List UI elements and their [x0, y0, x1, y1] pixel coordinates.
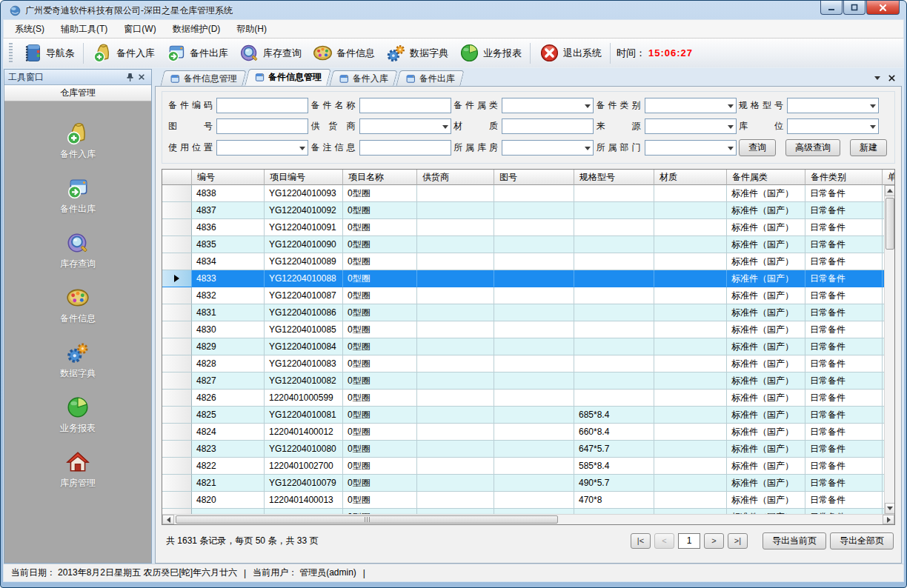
table-row[interactable]: 4821YG122040100790型圈490*5.7标准件（国产）日常备件PC [162, 475, 894, 492]
menu-item-1[interactable]: 辅助工具(T) [53, 20, 116, 38]
query-button[interactable]: 查询 [739, 139, 776, 156]
column-header-2[interactable]: 项目名称 [343, 170, 417, 185]
first-page-button[interactable]: |< [631, 533, 651, 549]
pin-icon[interactable] [124, 71, 136, 83]
tab-1-active[interactable]: 备件信息管理 [245, 69, 331, 86]
toolbar-parts-info[interactable]: 备件信息 [307, 40, 380, 66]
last-page-button[interactable]: >| [728, 533, 748, 549]
column-header-6[interactable]: 材质 [654, 170, 727, 185]
vscroll-track[interactable] [885, 196, 895, 503]
menu-item-4[interactable]: 帮助(H) [228, 20, 275, 38]
sidebar-item-data-dictionary[interactable]: 数据字典 [33, 340, 122, 380]
table-row[interactable]: 4827YG122040100820型圈标准件（国产）日常备件M [162, 372, 894, 390]
column-header-8[interactable]: 备件类别 [805, 170, 883, 185]
table-row[interactable]: 482212204010027000型圈585*8.4标准件（国产）日常备件PC [162, 458, 894, 475]
filter-select-供 货 商[interactable] [359, 118, 451, 134]
menu-item-3[interactable]: 数据维护(D) [165, 20, 229, 38]
filter-select-所属库房[interactable] [502, 140, 594, 156]
table-row[interactable]: 482412204014000120型圈660*8.4标准件（国产）日常备件PC [162, 424, 894, 441]
column-header-3[interactable]: 供货商 [417, 170, 494, 185]
cell [417, 390, 494, 407]
table-row[interactable]: 4833YG122040100880型圈标准件（国产）日常备件M [162, 270, 894, 287]
toolbar-exit[interactable]: 退出系统 [534, 40, 607, 66]
export-all-pages-button[interactable]: 导出全部页 [830, 532, 894, 549]
column-header-4[interactable]: 图号 [494, 170, 574, 185]
toolbar-grip[interactable] [9, 43, 13, 64]
sidebar-item-parts-outbound[interactable]: 备件出库 [33, 176, 122, 216]
chevron-down-icon[interactable] [874, 76, 880, 83]
next-page-button[interactable]: > [704, 533, 724, 549]
filter-select-所属部门[interactable] [645, 140, 737, 156]
tabs-close-icon[interactable] [888, 74, 896, 82]
table-row[interactable]: 4831YG122040100860型圈标准件（国产）日常备件M [162, 304, 894, 321]
hscroll-thumb[interactable] [176, 515, 558, 524]
toolbar-parts-inbound[interactable]: 备件入库 [87, 40, 160, 66]
filter-select-备件属类[interactable] [502, 98, 594, 113]
table-row[interactable]: 4836YG122040100910型圈标准件（国产）日常备件M [162, 219, 894, 236]
sidebar-item-inventory-search[interactable]: 库存查询 [33, 230, 122, 270]
panel-close-icon[interactable] [136, 71, 147, 83]
filter-select-备件类别[interactable] [645, 98, 737, 113]
sidebar-item-parts-inbound[interactable]: 备件入库 [33, 121, 122, 161]
table-row[interactable]: 4838YG122040100930型圈标准件（国产）日常备件M [162, 185, 894, 202]
toolbar-inventory-search[interactable]: 库存查询 [233, 40, 307, 66]
table-row[interactable]: 4829YG122040100840型圈标准件（国产）日常备件M [162, 338, 894, 355]
hscroll-track[interactable] [174, 515, 883, 524]
filter-input-图 号[interactable] [216, 118, 308, 134]
table-row[interactable]: 4823YG122040100800型圈647*5.7标准件（国产）日常备件PC [162, 441, 894, 458]
page-number-input[interactable]: 1 [678, 533, 700, 549]
table-row[interactable]: 482612204010005990型圈标准件（国产）日常备件M [162, 390, 894, 407]
new-button[interactable]: 新建 [850, 139, 887, 156]
filter-select-规格型号[interactable] [787, 98, 879, 113]
table-row[interactable]: 4837YG122040100920型圈标准件（国产）日常备件M [162, 202, 894, 219]
sidebar-group-warehouse[interactable]: 仓库管理 [4, 85, 151, 101]
menu-item-2[interactable]: 窗口(W) [116, 20, 164, 38]
cell [654, 219, 727, 236]
tab-0[interactable]: 备件信息管理 [160, 70, 246, 86]
minimize-button[interactable] [820, 1, 843, 15]
sidebar-item-parts-info[interactable]: 备件信息 [33, 285, 122, 325]
column-header-5[interactable]: 规格型号 [574, 170, 654, 185]
sidebar-item-business-report[interactable]: 业务报表 [33, 395, 122, 435]
prev-page-button[interactable]: < [654, 533, 674, 549]
column-header-9[interactable]: 单位 [883, 170, 894, 185]
table-row[interactable]: 4832YG122040100870型圈标准件（国产）日常备件M [162, 287, 894, 304]
cell: 0型圈 [343, 441, 417, 458]
toolbar-business-report[interactable]: 业务报表 [454, 40, 527, 66]
close-button[interactable] [866, 1, 900, 15]
filter-select-库 位[interactable] [787, 118, 879, 134]
menu-item-0[interactable]: 系统(S) [7, 20, 53, 38]
parts-outbound-icon [165, 42, 187, 64]
table-row[interactable]: 4830YG122040100850型圈标准件（国产）日常备件M [162, 321, 894, 338]
export-current-page-button[interactable]: 导出当前页 [763, 532, 826, 549]
table-row[interactable]: 4828YG122040100830型圈标准件（国产）日常备件M [162, 355, 894, 372]
table-row[interactable]: 482012204014000130型圈470*8标准件（国产）日常备件PC [162, 492, 894, 509]
column-header-1[interactable]: 项目编号 [265, 170, 343, 185]
column-header-0[interactable]: 编号 [192, 170, 265, 185]
sidebar-item-warehouse-manage[interactable]: 库房管理 [33, 450, 122, 490]
table-row[interactable]: 0型圈标准件（国产）日常备件 [162, 509, 894, 514]
scroll-down-icon[interactable] [885, 503, 895, 514]
column-header-7[interactable]: 备件属类 [727, 170, 805, 185]
table-row[interactable]: 4835YG122040100900型圈标准件（国产）日常备件M [162, 236, 894, 253]
filter-select-来 源[interactable] [645, 118, 737, 134]
toolbar-parts-outbound[interactable]: 备件出库 [160, 40, 233, 66]
table-row[interactable]: 4834YG122040100890型圈标准件（国产）日常备件M [162, 253, 894, 270]
cell: 4830 [192, 321, 265, 338]
filter-input-备注信息[interactable] [359, 140, 451, 156]
tab-2[interactable]: 备件入库 [329, 70, 397, 86]
maximize-button[interactable] [843, 1, 866, 15]
toolbar-navigator[interactable]: 导航条 [16, 40, 80, 66]
filter-select-使用位置[interactable] [216, 140, 308, 156]
filter-input-材 质[interactable] [502, 118, 594, 134]
scroll-up-icon[interactable] [885, 185, 895, 196]
table-row[interactable]: 4825YG122040100810型圈685*8.4标准件（国产）日常备件PC [162, 407, 894, 424]
filter-input-备件编码[interactable] [216, 98, 308, 113]
tab-3[interactable]: 备件出库 [396, 70, 464, 86]
filter-input-备件名称[interactable] [359, 98, 451, 113]
scroll-left-icon[interactable] [162, 515, 174, 524]
toolbar-data-dictionary[interactable]: 数据字典 [380, 40, 454, 66]
advanced-query-button[interactable]: 高级查询 [785, 139, 840, 156]
scroll-right-icon[interactable] [883, 515, 894, 524]
vscroll-thumb[interactable] [886, 198, 894, 250]
